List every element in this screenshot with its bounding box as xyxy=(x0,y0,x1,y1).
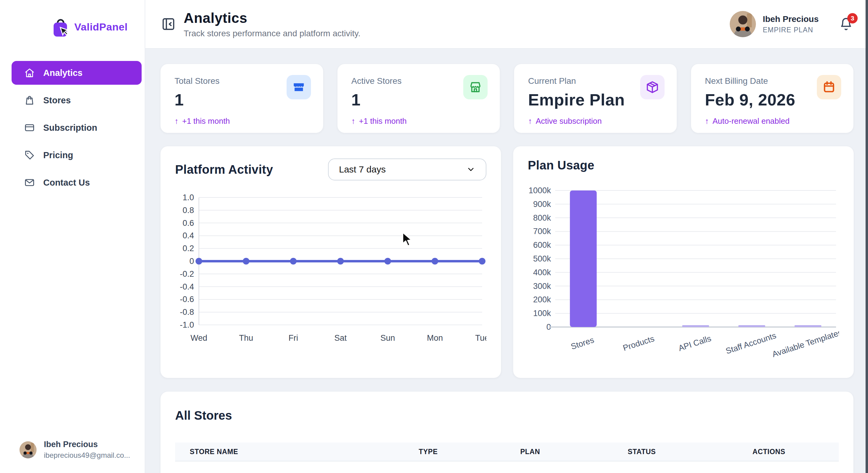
home-icon xyxy=(24,68,35,78)
column-status: STATUS xyxy=(613,448,738,456)
plan-usage-bar-chart: 1000k900k800k700k600k500k400k300k200k100… xyxy=(528,178,839,370)
svg-text:Available Templates: Available Templates xyxy=(771,328,839,359)
svg-text:-0.6: -0.6 xyxy=(180,295,194,304)
sidebar: ValidPanel Analytics Stores Subscription… xyxy=(0,0,145,473)
tag-icon xyxy=(24,150,35,160)
svg-text:400k: 400k xyxy=(533,268,551,277)
sidebar-item-pricing[interactable]: Pricing xyxy=(11,143,142,167)
svg-text:100k: 100k xyxy=(533,309,551,318)
sidebar-item-stores[interactable]: Stores xyxy=(11,88,142,112)
sidebar-item-analytics[interactable]: Analytics xyxy=(11,61,142,85)
svg-text:500k: 500k xyxy=(533,254,551,263)
svg-text:900k: 900k xyxy=(533,200,551,209)
svg-text:Staff Accounts: Staff Accounts xyxy=(724,331,777,356)
svg-text:600k: 600k xyxy=(533,240,551,249)
all-stores-title: All Stores xyxy=(175,409,839,422)
column-plan: PLAN xyxy=(505,448,613,456)
svg-text:1.0: 1.0 xyxy=(182,193,194,202)
arrow-up-icon: ↑ xyxy=(528,116,532,126)
arrow-up-icon: ↑ xyxy=(705,116,709,126)
svg-text:-0.8: -0.8 xyxy=(180,307,194,317)
svg-text:Wed: Wed xyxy=(190,333,207,343)
logo: ValidPanel xyxy=(51,16,145,38)
shopping-bag-icon xyxy=(24,95,35,106)
main-area: Analytics Track stores performance and p… xyxy=(145,0,868,473)
sidebar-item-subscription[interactable]: Subscription xyxy=(11,116,142,140)
svg-text:0.8: 0.8 xyxy=(182,206,194,215)
sidebar-collapse-button[interactable] xyxy=(160,16,176,32)
charts-row: Platform Activity Last 7 days 1.00.80.60… xyxy=(160,146,854,378)
avatar xyxy=(20,441,36,459)
plan-usage-card: Plan Usage 1000k900k800k700k600k500k400k… xyxy=(513,146,854,378)
sidebar-item-label: Subscription xyxy=(43,123,97,133)
content: Total Stores 1 ↑+1 this month Active Sto… xyxy=(145,49,868,473)
notifications-button[interactable]: 3 xyxy=(839,18,853,31)
mouse-cursor xyxy=(401,232,415,247)
svg-text:1000k: 1000k xyxy=(528,186,551,195)
platform-activity-title: Platform Activity xyxy=(175,163,273,176)
platform-activity-card: Platform Activity Last 7 days 1.00.80.60… xyxy=(160,146,501,378)
plan-usage-title: Plan Usage xyxy=(528,158,594,172)
stat-subtext: +1 this month xyxy=(182,116,230,126)
avatar[interactable] xyxy=(730,11,756,37)
svg-text:0: 0 xyxy=(189,257,194,266)
platform-activity-line-chart: 1.00.80.60.40.20-0.2-0.4-0.6-0.8-1.0WedT… xyxy=(175,193,486,351)
sidebar-item-label: Analytics xyxy=(43,68,83,78)
svg-text:-0.2: -0.2 xyxy=(180,269,194,278)
stat-card-next-billing: Next Billing Date Feb 9, 2026 ↑Auto-rene… xyxy=(691,64,854,133)
sidebar-item-label: Pricing xyxy=(43,150,73,160)
sidebar-user-card[interactable]: Ibeh Precious ibeprecious49@gmail.co... xyxy=(0,440,145,473)
svg-text:Sun: Sun xyxy=(380,333,395,343)
calendar-icon xyxy=(817,75,841,99)
stat-card-active-stores: Active Stores 1 ↑+1 this month xyxy=(337,64,500,133)
stat-card-current-plan: Current Plan Empire Plan ↑Active subscri… xyxy=(514,64,677,133)
chevron-down-icon xyxy=(466,165,475,174)
column-type: TYPE xyxy=(404,448,505,456)
stat-card-total-stores: Total Stores 1 ↑+1 this month xyxy=(160,64,323,133)
svg-text:800k: 800k xyxy=(533,213,551,223)
mail-icon xyxy=(24,177,35,188)
svg-text:0.6: 0.6 xyxy=(182,218,194,228)
store-icon xyxy=(463,75,488,99)
storefront-icon xyxy=(287,75,311,99)
svg-text:300k: 300k xyxy=(533,282,551,291)
header-user-plan: EMPIRE PLAN xyxy=(763,26,819,34)
time-range-value: Last 7 days xyxy=(339,164,385,175)
time-range-select[interactable]: Last 7 days xyxy=(328,158,486,180)
svg-text:-0.4: -0.4 xyxy=(180,282,194,291)
app-window: ValidPanel Analytics Stores Subscription… xyxy=(0,0,868,473)
arrow-up-icon: ↑ xyxy=(351,116,355,126)
svg-text:Sat: Sat xyxy=(334,333,347,343)
svg-text:200k: 200k xyxy=(533,295,551,304)
app-title: ValidPanel xyxy=(74,21,128,33)
svg-text:-1.0: -1.0 xyxy=(180,320,194,329)
vertical-scrollbar[interactable] xyxy=(866,0,868,473)
credit-card-icon xyxy=(24,122,35,133)
page-title: Analytics xyxy=(184,10,360,26)
stat-subtext: Active subscription xyxy=(536,116,602,126)
svg-text:Mon: Mon xyxy=(427,333,443,343)
svg-text:API Calls: API Calls xyxy=(677,334,712,353)
all-stores-card: All Stores STORE NAME TYPE PLAN STATUS A… xyxy=(160,392,854,473)
table-header: STORE NAME TYPE PLAN STATUS ACTIONS xyxy=(175,443,839,462)
svg-text:0.4: 0.4 xyxy=(182,231,194,240)
page-subtitle: Track stores performance and platform ac… xyxy=(184,29,360,38)
svg-text:Thu: Thu xyxy=(239,333,253,343)
svg-text:Tue: Tue xyxy=(475,333,486,343)
package-icon xyxy=(640,75,664,99)
column-store-name: STORE NAME xyxy=(175,448,404,456)
header-user-name: Ibeh Precious xyxy=(763,14,819,24)
sidebar-item-contact-us[interactable]: Contact Us xyxy=(11,171,142,195)
sidebar-item-label: Stores xyxy=(43,95,71,106)
svg-text:Stores: Stores xyxy=(570,335,595,351)
panel-left-close-icon xyxy=(161,17,176,31)
validpanel-bag-icon xyxy=(51,16,70,38)
stat-subtext: Auto-renewal enabled xyxy=(713,116,790,126)
top-bar: Analytics Track stores performance and p… xyxy=(145,0,868,49)
sidebar-user-name: Ibeh Precious xyxy=(44,440,130,449)
svg-text:0.2: 0.2 xyxy=(182,244,194,253)
svg-text:700k: 700k xyxy=(533,227,551,236)
svg-text:Products: Products xyxy=(622,334,656,353)
svg-text:Fri: Fri xyxy=(288,333,298,343)
sidebar-user-email: ibeprecious49@gmail.co... xyxy=(44,451,130,460)
